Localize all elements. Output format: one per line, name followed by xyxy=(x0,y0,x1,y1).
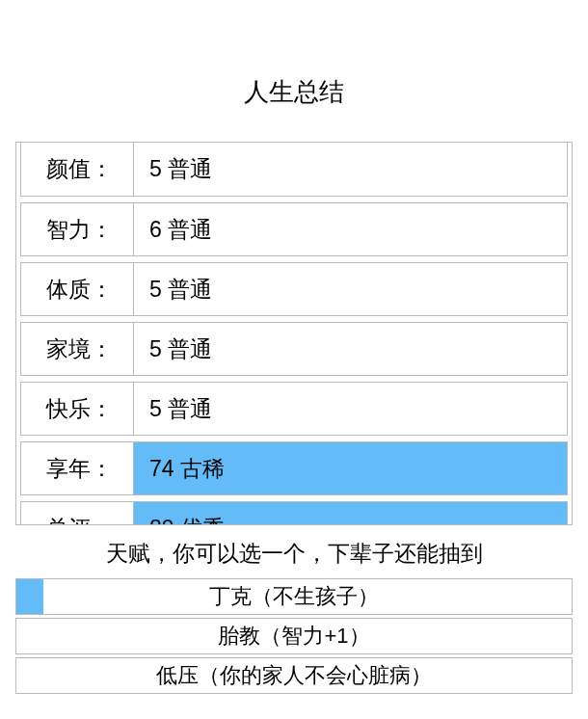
talent-option[interactable]: 丁克（不生孩子） xyxy=(15,578,573,615)
stat-label: 总评： xyxy=(21,514,133,526)
stat-label: 享年： xyxy=(21,454,133,484)
talent-option[interactable]: 低压（你的家人不会心脏病） xyxy=(15,657,573,694)
main-container: 人生总结 颜值： 5 普通 智力： 6 普通 体质： 5 普通 家境： 5 普通… xyxy=(0,0,588,694)
stat-value: 5 普通 xyxy=(133,143,567,196)
talent-option[interactable]: 胎教（智力+1） xyxy=(15,618,573,654)
stat-value: 5 普通 xyxy=(133,263,567,315)
stat-label: 颜值： xyxy=(21,154,133,184)
stats-list[interactable]: 颜值： 5 普通 智力： 6 普通 体质： 5 普通 家境： 5 普通 快乐： … xyxy=(15,142,573,525)
stat-label: 智力： xyxy=(21,215,133,245)
page-title: 人生总结 xyxy=(0,0,588,142)
stat-value: 6 普通 xyxy=(133,203,567,255)
stat-row: 享年： 74 古稀 xyxy=(20,441,568,495)
stat-row: 颜值： 5 普通 xyxy=(20,143,568,197)
talent-section-title: 天赋，你可以选一个，下辈子还能抽到 xyxy=(0,525,588,578)
talent-list: 丁克（不生孩子） 胎教（智力+1） 低压（你的家人不会心脏病） xyxy=(0,578,588,694)
stat-value: 5 普通 xyxy=(133,323,567,375)
stat-row: 体质： 5 普通 xyxy=(20,262,568,316)
talent-label: 丁克（不生孩子） xyxy=(209,582,379,611)
talent-label: 低压（你的家人不会心脏病） xyxy=(156,661,432,690)
stat-value: 74 古稀 xyxy=(133,442,567,494)
stats-area: 颜值： 5 普通 智力： 6 普通 体质： 5 普通 家境： 5 普通 快乐： … xyxy=(0,142,588,525)
stat-label: 家境： xyxy=(21,334,133,364)
stat-label: 快乐： xyxy=(21,394,133,424)
stat-row: 家境： 5 普通 xyxy=(20,322,568,376)
stat-value: 89 优秀 xyxy=(133,502,567,525)
stat-row: 智力： 6 普通 xyxy=(20,202,568,256)
stat-label: 体质： xyxy=(21,275,133,305)
stat-value: 5 普通 xyxy=(133,383,567,435)
stat-row: 总评： 89 优秀 xyxy=(20,501,568,525)
talent-label: 胎教（智力+1） xyxy=(218,622,369,651)
stat-row: 快乐： 5 普通 xyxy=(20,382,568,436)
